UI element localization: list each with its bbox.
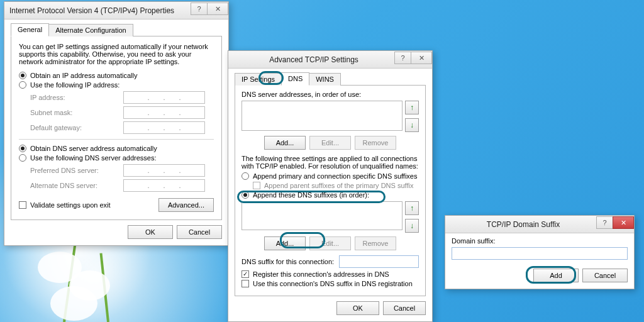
default-gateway-input: ... bbox=[123, 121, 205, 134]
radio-append-primary[interactable]: Append primary and connection specific D… bbox=[242, 172, 419, 180]
check-register-dns[interactable]: Register this connection's addresses in … bbox=[242, 270, 419, 278]
radio-use-ip[interactable]: Use the following IP address: bbox=[19, 81, 214, 89]
ok-button[interactable]: OK bbox=[128, 225, 173, 239]
check-append-parent: Append parent suffixes of the primary DN… bbox=[253, 182, 419, 189]
domain-suffix-input[interactable] bbox=[452, 247, 628, 260]
suffix-down-button[interactable]: ↓ bbox=[405, 219, 419, 233]
domain-suffix-dialog: TCP/IP Domain Suffix ? ✕ Domain suffix: … bbox=[445, 215, 635, 289]
help-button[interactable]: ? bbox=[394, 52, 411, 64]
suffix-remove-button[interactable]: Remove bbox=[355, 236, 396, 250]
suffix-up-button[interactable]: ↑ bbox=[405, 201, 419, 215]
suffix-titlebar: TCP/IP Domain Suffix ? ✕ bbox=[445, 216, 634, 233]
close-button[interactable]: ✕ bbox=[613, 216, 634, 229]
radio-obtain-dns-auto[interactable]: Obtain DNS server address automatically bbox=[19, 145, 214, 152]
subnet-mask-input: ... bbox=[123, 106, 205, 119]
dns-suffix-conn-label: DNS suffix for this connection: bbox=[242, 258, 334, 265]
ipv4-tabstrip: General Alternate Configuration bbox=[11, 23, 222, 36]
domain-suffix-label: Domain suffix: bbox=[452, 237, 628, 245]
dns-edit-button[interactable]: Edit... bbox=[309, 136, 351, 150]
suffix-title: TCP/IP Domain Suffix bbox=[450, 220, 596, 229]
adv-titlebar: Advanced TCP/IP Settings ? ✕ bbox=[228, 51, 432, 69]
advanced-button[interactable]: Advanced... bbox=[158, 198, 214, 212]
adv-tabpanel: DNS server addresses, in order of use: ↑… bbox=[235, 85, 426, 296]
close-button[interactable]: ✕ bbox=[411, 52, 432, 64]
dns-servers-list[interactable] bbox=[242, 101, 402, 131]
dns-remove-button[interactable]: Remove bbox=[355, 136, 396, 150]
adv-note: The following three settings are applied… bbox=[242, 155, 419, 170]
radio-append-these[interactable]: Append these DNS suffixes (in order): bbox=[242, 191, 419, 199]
ipv4-intro: You can get IP settings assigned automat… bbox=[19, 43, 214, 65]
check-validate-on-exit[interactable]: Validate settings upon exit bbox=[19, 201, 111, 209]
tab-wins[interactable]: WINS bbox=[309, 73, 341, 86]
dns-up-button[interactable]: ↑ bbox=[405, 101, 419, 114]
dns-servers-label: DNS server addresses, in order of use: bbox=[242, 91, 419, 98]
dns-suffix-conn-input[interactable] bbox=[339, 255, 419, 268]
tab-ip-settings[interactable]: IP Settings bbox=[235, 73, 282, 86]
radio-use-dns[interactable]: Use the following DNS server addresses: bbox=[19, 154, 214, 162]
preferred-dns-input: ... bbox=[123, 164, 205, 177]
ok-button[interactable]: OK bbox=[336, 301, 379, 315]
dns-add-button[interactable]: Add... bbox=[264, 136, 306, 150]
cancel-button[interactable]: Cancel bbox=[177, 225, 222, 239]
cancel-button[interactable]: Cancel bbox=[582, 269, 628, 282]
ipv4-title: Internet Protocol Version 4 (TCP/IPv4) P… bbox=[9, 6, 174, 15]
cancel-button[interactable]: Cancel bbox=[383, 301, 426, 315]
check-use-suffix[interactable]: Use this connection's DNS suffix in DNS … bbox=[242, 280, 419, 287]
ipv4-properties-dialog: Internet Protocol Version 4 (TCP/IPv4) P… bbox=[4, 1, 229, 246]
alternate-dns-input: ... bbox=[123, 179, 205, 192]
tab-general[interactable]: General bbox=[11, 23, 49, 36]
close-button[interactable]: ✕ bbox=[207, 3, 228, 15]
suffix-list[interactable] bbox=[242, 201, 402, 230]
help-button[interactable]: ? bbox=[596, 216, 613, 229]
suffix-add-button[interactable]: Add... bbox=[264, 236, 306, 250]
tab-alternate-configuration[interactable]: Alternate Configuration bbox=[48, 24, 133, 36]
ipv4-tabpanel: You can get IP settings assigned automat… bbox=[11, 36, 222, 220]
suffix-edit-button[interactable]: Edit... bbox=[309, 236, 351, 250]
ip-address-input: ... bbox=[123, 91, 205, 104]
adv-title: Advanced TCP/IP Settings bbox=[233, 55, 394, 64]
dns-down-button[interactable]: ↓ bbox=[405, 118, 419, 132]
ipv4-titlebar: Internet Protocol Version 4 (TCP/IPv4) P… bbox=[4, 2, 228, 19]
radio-obtain-ip-auto[interactable]: Obtain an IP address automatically bbox=[19, 72, 214, 79]
add-button[interactable]: Add bbox=[533, 269, 579, 282]
advanced-tcpip-dialog: Advanced TCP/IP Settings ? ✕ IP Settings… bbox=[228, 50, 433, 322]
adv-tabstrip: IP Settings DNS WINS bbox=[235, 72, 426, 86]
tab-dns[interactable]: DNS bbox=[281, 72, 309, 86]
help-button[interactable]: ? bbox=[191, 3, 207, 15]
